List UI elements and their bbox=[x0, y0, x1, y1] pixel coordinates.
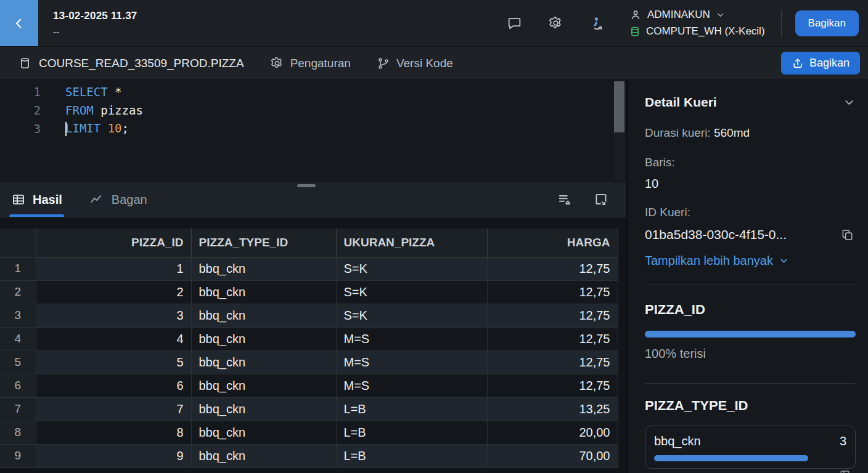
run-activity-button[interactable] bbox=[585, 11, 610, 36]
table-cell[interactable]: bbq_ckn bbox=[191, 444, 336, 467]
editor-line[interactable]: 3LIMIT 10; bbox=[0, 119, 626, 138]
database-context-selector[interactable]: COURSE_READ_33509_PROD.PIZZA bbox=[18, 57, 244, 70]
table-cell[interactable]: 4 bbox=[36, 327, 191, 350]
tab-results-label: Hasil bbox=[33, 193, 62, 207]
line-number: 1 bbox=[0, 85, 41, 99]
worksheet-title-block[interactable]: 13-02-2025 11.37 -- bbox=[53, 10, 137, 37]
show-more-label: Tampilkan lebih banyak bbox=[645, 254, 773, 268]
table-cell[interactable]: S=K bbox=[336, 257, 487, 280]
feedback-button[interactable] bbox=[502, 11, 527, 36]
pizza-id-fill-track bbox=[645, 331, 856, 338]
table-row[interactable]: 33bbq_cknS=K12,75 bbox=[0, 304, 618, 327]
chat-bubble-icon bbox=[507, 15, 522, 31]
export-results-button[interactable] bbox=[592, 190, 610, 209]
table-cell[interactable]: bbq_ckn bbox=[191, 327, 336, 350]
table-cell[interactable]: 1 bbox=[36, 257, 191, 280]
table-header-row: PIZZA_IDPIZZA_TYPE_IDUKURAN_PIZZAHARGA bbox=[0, 228, 618, 257]
row-number: 8 bbox=[0, 421, 36, 444]
user-menu[interactable]: ADMINAKUN bbox=[629, 9, 765, 21]
pizza-id-fill-bar bbox=[645, 331, 856, 338]
code-text: SELECT * bbox=[65, 85, 122, 99]
table-cell[interactable]: 3 bbox=[36, 304, 191, 327]
sql-editor[interactable]: 1SELECT *2FROM pizzas3LIMIT 10; bbox=[0, 80, 626, 182]
table-cell[interactable]: 70,00 bbox=[487, 444, 618, 467]
column-header[interactable]: UKURAN_PIZZA bbox=[336, 228, 487, 257]
table-cell[interactable]: bbq_ckn bbox=[191, 350, 336, 374]
table-cell[interactable]: bbq_ckn bbox=[191, 280, 336, 304]
filter-results-button[interactable] bbox=[555, 190, 574, 209]
table-cell[interactable]: 12,75 bbox=[487, 257, 618, 280]
editor-line[interactable]: 1SELECT * bbox=[0, 83, 626, 101]
table-cell[interactable]: 12,75 bbox=[487, 350, 618, 374]
user-name: ADMINAKUN bbox=[647, 9, 710, 21]
table-row[interactable]: 88bbq_cknL=B20,00 bbox=[0, 421, 618, 444]
copy-icon bbox=[840, 228, 854, 242]
table-cell[interactable]: S=K bbox=[336, 280, 487, 304]
show-more-link[interactable]: Tampilkan lebih banyak bbox=[645, 254, 856, 268]
share-button-top[interactable]: Bagikan bbox=[795, 10, 859, 36]
table-row[interactable]: 77bbq_cknL=B13,25 bbox=[0, 397, 618, 421]
table-cell[interactable]: 12,75 bbox=[487, 304, 618, 327]
table-cell[interactable]: 12,75 bbox=[487, 374, 618, 397]
row-number: 7 bbox=[0, 397, 36, 421]
back-button[interactable] bbox=[0, 0, 38, 46]
table-cell[interactable]: 5 bbox=[36, 350, 191, 374]
table-cell[interactable]: bbq_ckn bbox=[191, 257, 336, 280]
column-header[interactable]: HARGA bbox=[487, 228, 618, 257]
table-grid-icon bbox=[11, 192, 26, 207]
table-cell[interactable]: bbq_ckn bbox=[191, 304, 336, 327]
settings-button[interactable] bbox=[544, 11, 568, 36]
database-context-path: COURSE_READ_33509_PROD.PIZZA bbox=[39, 57, 244, 70]
table-cell[interactable]: M=S bbox=[336, 374, 487, 397]
table-row[interactable]: 99bbq_cknL=B70,00 bbox=[0, 444, 618, 467]
column-header[interactable]: PIZZA_TYPE_ID bbox=[191, 228, 336, 257]
table-cell[interactable]: 9 bbox=[36, 444, 191, 467]
table-row[interactable]: 22bbq_cknS=K12,75 bbox=[0, 280, 618, 304]
table-cell[interactable]: bbq_ckn bbox=[191, 421, 336, 444]
tab-chart[interactable]: Bagan bbox=[87, 182, 149, 217]
duration-value: 560md bbox=[714, 126, 750, 139]
table-row[interactable]: 44bbq_cknM=S12,75 bbox=[0, 327, 618, 350]
query-details-header[interactable]: Detail Kueri bbox=[645, 95, 856, 110]
stat-pizza-type-name: PIZZA_TYPE_ID bbox=[645, 398, 856, 414]
tab-results[interactable]: Hasil bbox=[9, 182, 64, 217]
share-button-worksheet[interactable]: Bagikan bbox=[781, 52, 860, 75]
table-cell[interactable]: 2 bbox=[36, 280, 191, 304]
table-cell[interactable]: S=K bbox=[336, 304, 487, 327]
table-cell[interactable]: 6 bbox=[36, 374, 191, 397]
query-id-value: 01ba5d38-030c-4f15-0... bbox=[645, 227, 787, 242]
column-header[interactable]: PIZZA_ID bbox=[36, 228, 191, 257]
settings-menu-item[interactable]: Pengaturan bbox=[270, 56, 351, 70]
table-row[interactable]: 55bbq_cknM=S12,75 bbox=[0, 350, 618, 374]
warehouse-menu[interactable]: COMPUTE_WH (X-Kecil) bbox=[629, 25, 765, 38]
table-cell[interactable]: 20,00 bbox=[487, 421, 618, 444]
table-cell[interactable]: 7 bbox=[36, 397, 191, 421]
table-cell[interactable]: 12,75 bbox=[487, 327, 618, 350]
editor-scrollbar[interactable] bbox=[614, 81, 624, 180]
panel-resize-handle[interactable] bbox=[297, 184, 316, 187]
table-cell[interactable]: 8 bbox=[36, 421, 191, 444]
table-cell[interactable]: 13,25 bbox=[487, 397, 618, 421]
tab-chart-label: Bagan bbox=[112, 193, 147, 207]
editor-line[interactable]: 2FROM pizzas bbox=[0, 101, 626, 119]
code-text: LIMIT 10; bbox=[65, 121, 129, 136]
table-cell[interactable]: M=S bbox=[336, 350, 487, 374]
scrollbar-thumb[interactable] bbox=[614, 81, 624, 132]
top-value-card[interactable]: bbq_ckn 3 bbox=[645, 426, 856, 469]
copy-query-id-button[interactable] bbox=[838, 226, 856, 243]
table-cell[interactable]: L=B bbox=[336, 421, 487, 444]
results-table-container[interactable]: PIZZA_IDPIZZA_TYPE_IDUKURAN_PIZZAHARGA 1… bbox=[0, 217, 626, 473]
row-number: 5 bbox=[0, 350, 36, 374]
table-row[interactable]: 11bbq_cknS=K12,75 bbox=[0, 257, 618, 280]
table-row[interactable]: 66bbq_cknM=S12,75 bbox=[0, 374, 618, 397]
table-cell[interactable]: bbq_ckn bbox=[191, 397, 336, 421]
code-version-menu-item[interactable]: Versi Kode bbox=[377, 57, 453, 70]
gear-icon bbox=[270, 56, 284, 70]
table-cell[interactable]: 12,75 bbox=[487, 280, 618, 304]
table-cell[interactable]: M=S bbox=[336, 327, 487, 350]
table-cell[interactable]: L=B bbox=[336, 444, 487, 467]
chevron-down-icon[interactable] bbox=[843, 96, 856, 109]
table-cell[interactable]: L=B bbox=[336, 397, 487, 421]
table-cell[interactable]: bbq_ckn bbox=[191, 374, 336, 397]
worksheet-title: 13-02-2025 11.37 bbox=[53, 10, 137, 22]
